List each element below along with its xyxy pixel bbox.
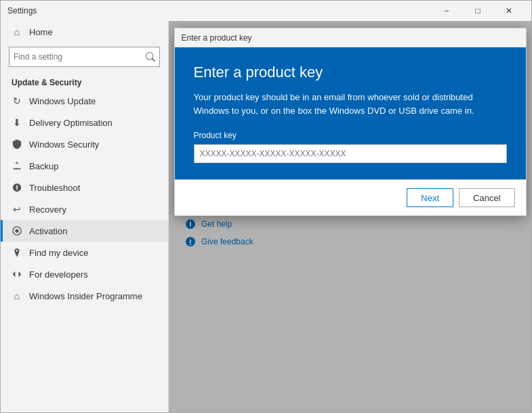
sidebar-item-label: Delivery Optimisation: [29, 118, 112, 128]
next-button[interactable]: Next: [407, 188, 453, 207]
product-key-input[interactable]: [194, 144, 507, 163]
windows-update-icon: ↻: [12, 95, 22, 106]
content-area: Activation Windows Where's my product ke…: [169, 21, 531, 412]
sidebar-item-windows-update[interactable]: ↻ Windows Update: [1, 90, 168, 112]
search-icon: [146, 52, 155, 62]
dialog-heading: Enter a product key: [194, 64, 507, 81]
insider-icon: ⌂: [12, 290, 22, 301]
find-device-icon: [12, 247, 22, 258]
dialog-overlay: Enter a product key Enter a product key …: [169, 21, 531, 412]
sidebar-item-activation[interactable]: Activation: [1, 220, 168, 242]
maximize-button[interactable]: □: [462, 1, 493, 21]
search-box[interactable]: [9, 47, 160, 67]
sidebar-item-windows-security[interactable]: Windows Security: [1, 133, 168, 155]
cancel-button[interactable]: Cancel: [459, 188, 514, 207]
product-key-field-group: Product key: [194, 131, 507, 163]
sidebar-item-label: Activation: [29, 226, 67, 236]
sidebar-item-delivery-optimisation[interactable]: ⬇ Delivery Optimisation: [1, 112, 168, 133]
backup-icon: [12, 160, 22, 171]
sidebar-item-label: Windows Update: [29, 96, 96, 106]
sidebar-item-troubleshoot[interactable]: Troubleshoot: [1, 177, 168, 198]
activation-icon: [12, 225, 22, 236]
sidebar-item-find-device[interactable]: Find my device: [1, 242, 168, 263]
window-controls: − □ ✕: [431, 1, 525, 21]
product-key-dialog: Enter a product key Enter a product key …: [174, 28, 527, 216]
sidebar-item-home[interactable]: ⌂ Home: [1, 21, 168, 43]
window-title: Settings: [7, 6, 431, 16]
dialog-body: Enter a product key Your product key sho…: [175, 47, 526, 179]
close-button[interactable]: ✕: [493, 1, 525, 21]
sidebar-item-label: Windows Insider Programme: [29, 291, 142, 301]
sidebar-item-label: Recovery: [29, 204, 66, 215]
search-input[interactable]: [14, 52, 146, 62]
troubleshoot-icon: [12, 182, 22, 193]
recovery-icon: ↩: [12, 204, 22, 215]
minimize-button[interactable]: −: [431, 1, 462, 21]
dialog-title-bar: Enter a product key: [175, 28, 526, 47]
dialog-description: Your product key should be in an email f…: [194, 91, 507, 117]
sidebar-item-for-developers[interactable]: For developers: [1, 263, 168, 285]
sidebar-item-label: Backup: [29, 161, 58, 171]
windows-security-icon: [12, 139, 22, 150]
sidebar-item-label: Troubleshoot: [29, 183, 80, 193]
developers-icon: [12, 269, 22, 280]
dialog-footer: Next Cancel: [175, 179, 526, 215]
sidebar-item-label: Find my device: [29, 248, 88, 258]
sidebar-item-label: For developers: [29, 269, 88, 280]
settings-window: Settings − □ ✕ ⌂ Home Update & Security: [0, 0, 532, 413]
sidebar-item-windows-insider[interactable]: ⌂ Windows Insider Programme: [1, 285, 168, 307]
product-key-label: Product key: [194, 131, 507, 140]
home-icon: ⌂: [12, 26, 22, 37]
main-layout: ⌂ Home Update & Security ↻ Windows Updat…: [1, 21, 531, 412]
home-label: Home: [29, 27, 53, 37]
sidebar-item-backup[interactable]: Backup: [1, 155, 168, 177]
sidebar-item-recovery[interactable]: ↩ Recovery: [1, 198, 168, 220]
dialog-title-text: Enter a product key: [182, 33, 252, 43]
sidebar-item-label: Windows Security: [29, 139, 99, 150]
delivery-optimisation-icon: ⬇: [12, 117, 22, 128]
sidebar: ⌂ Home Update & Security ↻ Windows Updat…: [1, 21, 169, 412]
title-bar: Settings − □ ✕: [1, 1, 531, 21]
section-label: Update & Security: [1, 74, 168, 90]
svg-point-1: [15, 229, 18, 232]
